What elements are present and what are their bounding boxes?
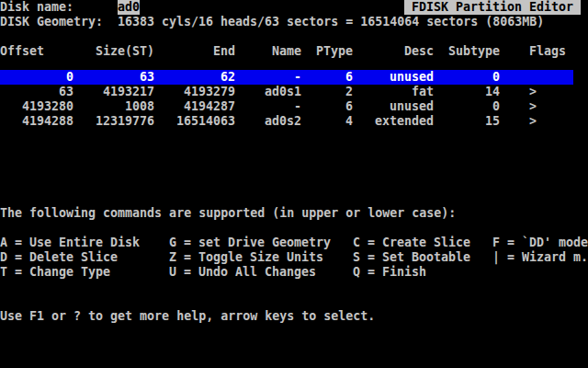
desc-cell: extended bbox=[360, 114, 434, 129]
column-header-offset: Offset bbox=[0, 44, 44, 59]
desc-cell: fat bbox=[360, 85, 434, 99]
column-header-size: Size(ST) bbox=[96, 44, 154, 59]
subtype-cell: 15 bbox=[441, 114, 500, 129]
column-header-subtype: Subtype bbox=[448, 44, 500, 59]
column-header-desc: Desc bbox=[404, 44, 434, 59]
command-row: D = Delete Slice Z = Toggle Size Units S… bbox=[0, 250, 29, 265]
name-cell: ad0s2 bbox=[243, 114, 301, 129]
size-cell: 63 bbox=[81, 70, 154, 85]
partition-row[interactable]: 4194288 12319776 16514063 ad0s2 4 extend… bbox=[0, 114, 588, 129]
name-cell: - bbox=[243, 99, 301, 114]
end-cell: 4193279 bbox=[162, 85, 235, 99]
command-delete-slice: D = Delete Slice bbox=[0, 250, 118, 265]
flags-cell: > bbox=[529, 114, 573, 129]
geometry-label: DISK Geometry: bbox=[0, 15, 103, 29]
command-wizard-mode: | = Wizard m. bbox=[492, 250, 588, 265]
flags-cell: > bbox=[529, 99, 573, 114]
desc-cell: unused bbox=[360, 70, 434, 85]
command-finish: Q = Finish bbox=[353, 265, 426, 280]
command-dd-mode: F = `DD' mode bbox=[492, 236, 588, 250]
partition-row[interactable]: 4193280 1008 4194287 - 6 unused 0 > bbox=[0, 99, 588, 114]
partition-row[interactable]: 63 4193217 4193279 ad0s1 2 fat 14 > bbox=[0, 85, 588, 99]
flags-cell bbox=[529, 70, 573, 85]
disk-name-value[interactable]: ad0 bbox=[118, 0, 140, 15]
command-toggle-size-units: Z = Toggle Size Units bbox=[169, 250, 323, 265]
geometry-value: 16383 cyls/16 heads/63 sectors = 1651406… bbox=[118, 15, 544, 29]
commands-intro: The following commands are supported (in… bbox=[0, 206, 456, 221]
end-cell: 4194287 bbox=[162, 99, 235, 114]
ptype-cell: 6 bbox=[309, 99, 353, 114]
size-cell: 12319776 bbox=[81, 114, 154, 129]
column-header-flags: Flags bbox=[529, 44, 566, 59]
offset-cell: 4194288 bbox=[0, 114, 74, 129]
disk-name-label: Disk name: bbox=[0, 0, 74, 15]
subtype-cell: 0 bbox=[441, 99, 500, 114]
table-header-row: Offset Size(ST) End Name PType Desc Subt… bbox=[0, 44, 29, 59]
title-bar: Disk name: ad0 FDISK Partition Editor bbox=[0, 0, 29, 15]
offset-cell: 4193280 bbox=[0, 99, 74, 114]
command-row: A = Use Entire Disk G = set Drive Geomet… bbox=[0, 236, 29, 250]
command-use-entire-disk: A = Use Entire Disk bbox=[0, 236, 140, 250]
ptype-cell: 4 bbox=[309, 114, 353, 129]
subtype-cell: 14 bbox=[441, 85, 500, 99]
name-cell: ad0s1 bbox=[243, 85, 301, 99]
end-cell: 62 bbox=[162, 70, 235, 85]
size-cell: 4193217 bbox=[81, 85, 154, 99]
name-cell: - bbox=[243, 70, 301, 85]
command-create-slice: C = Create Slice bbox=[353, 236, 470, 250]
column-header-ptype: PType bbox=[316, 44, 353, 59]
geometry-line: DISK Geometry: 16383 cyls/16 heads/63 se… bbox=[0, 15, 29, 29]
command-change-type: T = Change Type bbox=[0, 265, 110, 280]
offset-cell: 63 bbox=[0, 85, 74, 99]
command-undo-all-changes: U = Undo All Changes bbox=[169, 265, 316, 280]
partition-row-selected[interactable]: 0 63 62 - 6 unused 0 bbox=[0, 70, 573, 85]
help-text: Use F1 or ? to get more help, arrow keys… bbox=[0, 309, 375, 324]
column-header-end: End bbox=[213, 44, 235, 59]
desc-cell: unused bbox=[360, 99, 434, 114]
column-header-name: Name bbox=[272, 44, 301, 59]
offset-cell: 0 bbox=[0, 70, 74, 85]
ptype-cell: 2 bbox=[309, 85, 353, 99]
flags-cell: > bbox=[529, 85, 573, 99]
fdisk-screen: Disk name: ad0 FDISK Partition Editor DI… bbox=[0, 0, 588, 368]
command-set-drive-geometry: G = set Drive Geometry bbox=[169, 236, 331, 250]
ptype-cell: 6 bbox=[309, 70, 353, 85]
end-cell: 16514063 bbox=[162, 114, 235, 129]
command-row: T = Change Type U = Undo All Changes Q =… bbox=[0, 265, 29, 280]
page-title: FDISK Partition Editor bbox=[404, 0, 581, 15]
subtype-cell: 0 bbox=[441, 70, 500, 85]
size-cell: 1008 bbox=[81, 99, 154, 114]
command-set-bootable: S = Set Bootable bbox=[353, 250, 470, 265]
